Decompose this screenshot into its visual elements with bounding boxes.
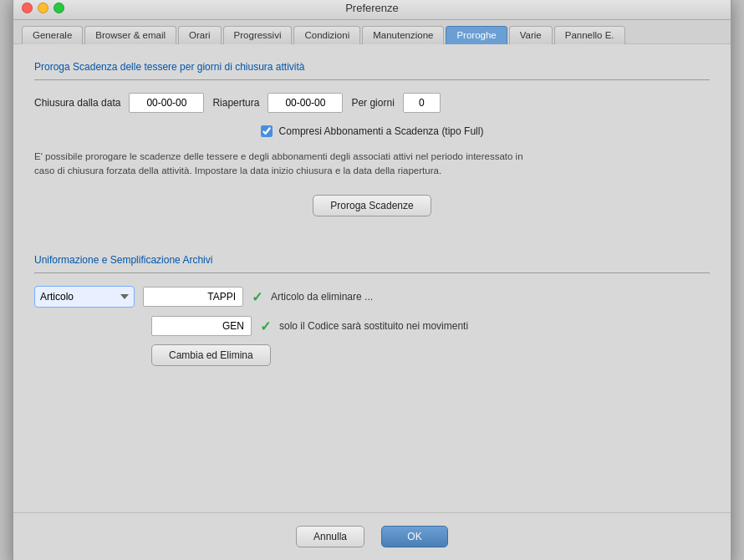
annulla-button[interactable]: Annulla [296, 526, 364, 547]
giorni-input[interactable] [403, 93, 441, 113]
chiusura-label: Chiusura dalla data [34, 97, 120, 109]
per-giorni-label: Per giorni [351, 97, 394, 109]
tab-condizioni[interactable]: Condizioni [293, 26, 360, 44]
tab-pannello-e[interactable]: Pannello E. [554, 26, 625, 44]
section1-description: E' possibile prorogare le scadenze delle… [34, 150, 536, 179]
window-title: Preferenze [345, 2, 399, 14]
riapertura-label: Riapertura [212, 97, 259, 109]
proroga-scadenze-button[interactable]: Proroga Scadenze [313, 195, 431, 216]
tab-manutenzione[interactable]: Manutenzione [362, 26, 444, 44]
date-row: Chiusura dalla data Riapertura Per giorn… [34, 93, 710, 113]
section2-title: Uniformazione e Semplificazione Archivi [34, 254, 710, 266]
minimize-button[interactable] [38, 3, 48, 13]
tab-browser-email[interactable]: Browser & email [84, 26, 176, 44]
cambia-ed-elimina-button[interactable]: Cambia ed Elimina [151, 344, 271, 366]
abbonamenti-checkbox[interactable] [261, 125, 273, 137]
abbonamenti-label: Compresi Abbonamenti a Scadenza (tipo Fu… [279, 125, 484, 137]
section2-divider [34, 272, 710, 273]
close-button[interactable] [22, 3, 33, 13]
section-proroga: Proroga Scadenza delle tessere per giorn… [34, 61, 710, 217]
tab-generale[interactable]: Generale [22, 26, 83, 44]
section-archivi: Uniformazione e Semplificazione Archivi … [34, 254, 710, 366]
gen-input[interactable] [151, 316, 252, 336]
riapertura-input[interactable] [268, 93, 343, 113]
ok-button[interactable]: OK [381, 526, 448, 547]
tab-proroghe[interactable]: Proroghe [446, 26, 507, 44]
tab-progressivi[interactable]: Progressivi [223, 26, 293, 44]
check-icon-1: ✓ [252, 289, 262, 305]
footer: Annulla OK [13, 512, 731, 561]
main-content: Proroga Scadenza delle tessere per giorn… [13, 44, 731, 512]
codice-sostituito-label: solo il Codice sarà sostituito nei movim… [279, 320, 468, 332]
articolo-eliminare-label: Articolo da eliminare ... [271, 291, 373, 303]
tab-bar: Generale Browser & email Orari Progressi… [13, 20, 731, 44]
tappi-input[interactable] [143, 287, 243, 307]
articolo-select[interactable]: Articolo [34, 286, 135, 308]
chiusura-input[interactable] [129, 93, 204, 113]
section-gap [34, 229, 710, 254]
window-controls [22, 3, 64, 13]
tab-orari[interactable]: Orari [178, 26, 222, 44]
checkbox-row: Compresi Abbonamenti a Scadenza (tipo Fu… [34, 125, 710, 137]
preferences-window: Preferenze Generale Browser & email Orar… [13, 0, 731, 560]
check-icon-2: ✓ [260, 318, 271, 334]
tab-varie[interactable]: Varie [509, 26, 553, 44]
proroga-button-container: Proroga Scadenze [34, 195, 710, 216]
title-bar: Preferenze [13, 0, 731, 20]
cambia-button-container: Cambia ed Elimina [151, 344, 710, 366]
archivi-row2: ✓ solo il Codice sarà sostituito nei mov… [151, 316, 710, 336]
archivi-row1: Articolo ✓ Articolo da eliminare ... [34, 286, 710, 308]
maximize-button[interactable] [54, 3, 64, 13]
section1-divider [34, 79, 710, 80]
section1-title: Proroga Scadenza delle tessere per giorn… [34, 61, 710, 73]
